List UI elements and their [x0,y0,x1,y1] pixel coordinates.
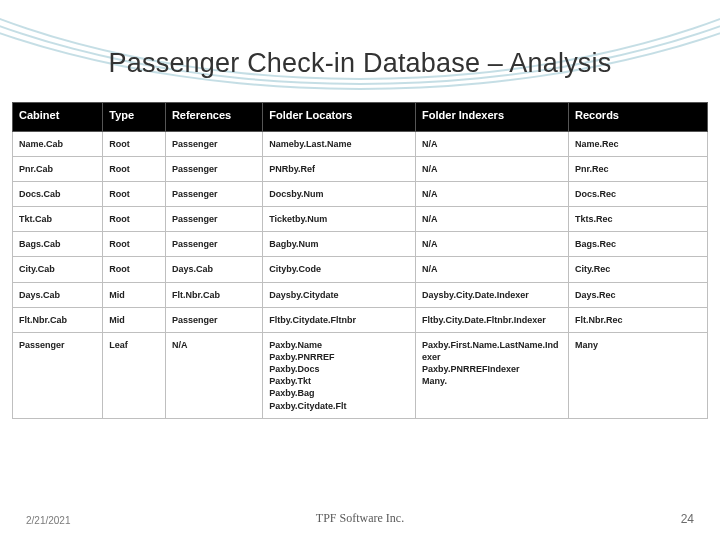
indexer-item: Paxby.First.Name.LastName.Indexer [422,339,562,363]
cell-type: Root [103,207,166,232]
cell-type: Root [103,182,166,207]
cell-records: Bags.Rec [568,232,707,257]
locator-item: PNRby.Ref [269,163,409,175]
cell-records: City.Rec [568,257,707,282]
cell-references: Passenger [165,182,262,207]
locator-item: Daysby.Citydate [269,289,409,301]
indexer-item: N/A [422,263,562,275]
col-records: Records [568,103,707,132]
locator-item: Paxby.Citydate.Flt [269,400,409,412]
locator-item: Paxby.Bag [269,387,409,399]
cell-indexers: N/A [416,207,569,232]
cell-type: Root [103,232,166,257]
cell-type: Leaf [103,332,166,418]
cell-cabinet: City.Cab [13,257,103,282]
cell-cabinet: Docs.Cab [13,182,103,207]
cell-cabinet: Name.Cab [13,131,103,156]
col-indexers: Folder Indexers [416,103,569,132]
cell-references: Passenger [165,307,262,332]
cell-records: Flt.Nbr.Rec [568,307,707,332]
locator-item: Fltby.Citydate.Fltnbr [269,314,409,326]
locator-item: Nameby.Last.Name [269,138,409,150]
cell-indexers: Paxby.First.Name.LastName.IndexerPaxby.P… [416,332,569,418]
cell-indexers: N/A [416,232,569,257]
cell-references: Passenger [165,232,262,257]
cell-locators: Paxby.NamePaxby.PNRREFPaxby.DocsPaxby.Tk… [263,332,416,418]
cell-cabinet: Flt.Nbr.Cab [13,307,103,332]
cell-cabinet: Bags.Cab [13,232,103,257]
table-row: City.CabRootDays.CabCityby.CodeN/ACity.R… [13,257,708,282]
cell-type: Mid [103,282,166,307]
indexer-item: N/A [422,238,562,250]
indexer-item: Daysby.City.Date.Indexer [422,289,562,301]
indexer-item: Paxby.PNRREFIndexer [422,363,562,375]
cell-indexers: N/A [416,156,569,181]
cell-references: Flt.Nbr.Cab [165,282,262,307]
cell-references: N/A [165,332,262,418]
locator-item: Docsby.Num [269,188,409,200]
indexer-item: N/A [422,163,562,175]
table-row: PassengerLeafN/APaxby.NamePaxby.PNRREFPa… [13,332,708,418]
cell-records: Name.Rec [568,131,707,156]
locator-item: Cityby.Code [269,263,409,275]
indexer-item: Many. [422,375,562,387]
cell-records: Docs.Rec [568,182,707,207]
footer-org: TPF Software Inc. [0,511,720,526]
cell-cabinet: Pnr.Cab [13,156,103,181]
cell-locators: Cityby.Code [263,257,416,282]
cell-cabinet: Days.Cab [13,282,103,307]
cell-records: Pnr.Rec [568,156,707,181]
cell-type: Mid [103,307,166,332]
table-row: Docs.CabRootPassengerDocsby.NumN/ADocs.R… [13,182,708,207]
table-row: Name.CabRootPassengerNameby.Last.NameN/A… [13,131,708,156]
cell-indexers: N/A [416,257,569,282]
table-row: Tkt.CabRootPassengerTicketby.NumN/ATkts.… [13,207,708,232]
cell-indexers: Daysby.City.Date.Indexer [416,282,569,307]
table-row: Flt.Nbr.CabMidPassengerFltby.Citydate.Fl… [13,307,708,332]
cell-type: Root [103,257,166,282]
cell-records: Days.Rec [568,282,707,307]
col-type: Type [103,103,166,132]
table-row: Bags.CabRootPassengerBagby.NumN/ABags.Re… [13,232,708,257]
cell-locators: Fltby.Citydate.Fltnbr [263,307,416,332]
cell-locators: Daysby.Citydate [263,282,416,307]
cell-cabinet: Passenger [13,332,103,418]
locator-item: Paxby.Tkt [269,375,409,387]
cell-records: Many [568,332,707,418]
cell-indexers: N/A [416,131,569,156]
col-locators: Folder Locators [263,103,416,132]
locator-item: Paxby.PNRREF [269,351,409,363]
cell-indexers: N/A [416,182,569,207]
cell-records: Tkts.Rec [568,207,707,232]
col-cabinet: Cabinet [13,103,103,132]
locator-item: Bagby.Num [269,238,409,250]
cell-type: Root [103,156,166,181]
cell-locators: Ticketby.Num [263,207,416,232]
table-row: Pnr.CabRootPassengerPNRby.RefN/APnr.Rec [13,156,708,181]
indexer-item: N/A [422,188,562,200]
table-row: Days.CabMidFlt.Nbr.CabDaysby.CitydateDay… [13,282,708,307]
cell-type: Root [103,131,166,156]
cell-locators: Nameby.Last.Name [263,131,416,156]
cell-locators: Docsby.Num [263,182,416,207]
locator-item: Paxby.Name [269,339,409,351]
page-title: Passenger Check-in Database – Analysis [0,48,720,79]
col-references: References [165,103,262,132]
cell-indexers: Fltby.City.Date.Fltnbr.Indexer [416,307,569,332]
indexer-item: N/A [422,138,562,150]
cell-references: Passenger [165,207,262,232]
cell-references: Passenger [165,131,262,156]
locator-item: Paxby.Docs [269,363,409,375]
locator-item: Ticketby.Num [269,213,409,225]
analysis-table: Cabinet Type References Folder Locators … [12,102,708,419]
footer-page-number: 24 [681,512,694,526]
indexer-item: Fltby.City.Date.Fltnbr.Indexer [422,314,562,326]
table-header-row: Cabinet Type References Folder Locators … [13,103,708,132]
cell-locators: Bagby.Num [263,232,416,257]
cell-references: Passenger [165,156,262,181]
cell-cabinet: Tkt.Cab [13,207,103,232]
cell-locators: PNRby.Ref [263,156,416,181]
cell-references: Days.Cab [165,257,262,282]
indexer-item: N/A [422,213,562,225]
